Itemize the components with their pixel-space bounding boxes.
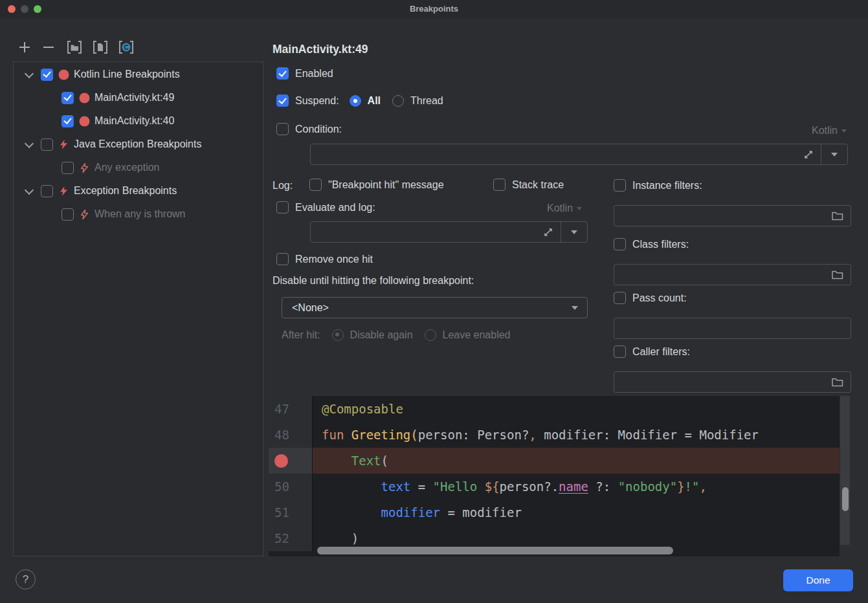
code-token: } xyxy=(677,479,684,494)
gutter-line-number[interactable]: 52 xyxy=(269,525,313,551)
folder-browse-icon[interactable] xyxy=(825,377,851,388)
after-hit-leave-enabled-radio[interactable] xyxy=(425,329,436,341)
tree-item-label: Kotlin Line Breakpoints xyxy=(74,69,180,80)
group-by-class-icon[interactable]: C xyxy=(118,39,135,56)
after-hit-leave-enabled-label: Leave enabled xyxy=(443,329,511,341)
pass-count-input[interactable] xyxy=(614,323,851,334)
remove-breakpoint-button[interactable] xyxy=(40,39,57,56)
breakpoint-dot-icon xyxy=(79,116,90,127)
checked-checkbox[interactable] xyxy=(61,92,74,104)
tree-item-when-any-is-thrown[interactable]: When any is thrown xyxy=(14,203,263,225)
unchecked-checkbox[interactable] xyxy=(41,185,53,197)
after-hit-label: After hit: xyxy=(282,329,320,341)
disable-until-combobox[interactable]: <None> xyxy=(282,297,588,318)
enabled-checkbox[interactable] xyxy=(276,67,289,80)
unchecked-checkbox[interactable] xyxy=(61,208,74,221)
chevron-expanded-icon[interactable] xyxy=(24,186,34,196)
gutter-line-number[interactable]: 50 xyxy=(269,474,313,499)
folder-browse-icon[interactable] xyxy=(825,210,851,221)
help-button[interactable]: ? xyxy=(16,569,36,589)
suspend-checkbox[interactable] xyxy=(276,94,289,107)
tree-item-mainactivity-kt-49[interactable]: MainActivity.kt:49 xyxy=(14,87,263,109)
evaluate-history-dropdown[interactable] xyxy=(561,222,587,242)
after-hit-disable-again-radio[interactable] xyxy=(332,329,344,341)
code-token: ) xyxy=(351,531,359,545)
code-token: , xyxy=(529,428,536,442)
condition-language-label: Kotlin xyxy=(812,125,838,137)
tree-item-mainactivity-kt-40[interactable]: MainActivity.kt:40 xyxy=(14,110,263,132)
checked-checkbox[interactable] xyxy=(41,69,53,81)
breakpoint-title: MainActivity.kt:49 xyxy=(273,43,368,56)
condition-history-dropdown[interactable] xyxy=(821,144,847,164)
unchecked-checkbox[interactable] xyxy=(41,138,53,151)
code-token: , xyxy=(699,479,706,494)
tree-item-java-exception-breakpoints[interactable]: Java Exception Breakpoints xyxy=(14,133,263,155)
checked-checkbox[interactable] xyxy=(61,115,74,127)
code-token: text xyxy=(381,479,411,494)
gutter-line-number[interactable]: 47 xyxy=(269,396,313,422)
condition-input-group xyxy=(310,144,848,165)
code-line-48: 48fun Greeting(person: Person?, modifier… xyxy=(269,422,850,448)
caller-filters-checkbox[interactable] xyxy=(614,345,626,358)
class-filters-checkbox[interactable] xyxy=(614,238,626,250)
tree-item-exception-breakpoints[interactable]: Exception Breakpoints xyxy=(14,180,263,202)
breakpoints-dialog: Breakpoints C Kotlin Line BreakpointsMai… xyxy=(0,0,868,603)
code-line-51: 51 modifier = modifier xyxy=(269,499,850,525)
condition-input[interactable] xyxy=(311,144,796,164)
folder-browse-icon[interactable] xyxy=(825,269,851,280)
chevron-down-icon xyxy=(562,306,587,310)
exception-bolt-icon xyxy=(58,139,69,150)
code-token: fun xyxy=(322,428,351,442)
caller-filters-input[interactable] xyxy=(614,377,825,388)
suspend-thread-radio[interactable] xyxy=(392,95,404,107)
stack-trace-checkbox[interactable] xyxy=(493,179,506,191)
group-by-file-icon[interactable] xyxy=(92,39,109,56)
chevron-down-icon xyxy=(577,207,582,210)
instance-filters-input-group xyxy=(614,205,851,226)
line-number: 51 xyxy=(274,505,289,520)
code-token: !" xyxy=(685,479,700,494)
code-token: "Hello xyxy=(433,479,485,494)
code-horizontal-scrollbar-thumb[interactable] xyxy=(317,547,673,554)
condition-checkbox[interactable] xyxy=(276,123,289,135)
add-breakpoint-button[interactable] xyxy=(16,39,33,56)
tree-item-kotlin-line-breakpoints[interactable]: Kotlin Line Breakpoints xyxy=(14,63,263,85)
condition-language-selector[interactable]: Kotlin xyxy=(812,125,847,137)
group-by-file-folder-icon[interactable] xyxy=(66,39,83,56)
instance-filters-input[interactable] xyxy=(614,210,825,221)
remove-once-hit-checkbox[interactable] xyxy=(276,253,289,265)
expand-editor-icon[interactable] xyxy=(796,144,821,164)
suspend-all-radio[interactable] xyxy=(350,95,361,107)
gutter-breakpoint[interactable] xyxy=(269,448,313,474)
code-token: modifier xyxy=(462,505,522,520)
scrollbar-thumb[interactable] xyxy=(842,487,849,511)
gutter-line-number[interactable]: 51 xyxy=(269,499,313,525)
unchecked-checkbox[interactable] xyxy=(61,162,74,174)
line-number: 47 xyxy=(274,402,289,416)
gutter-line-number[interactable]: 48 xyxy=(269,422,313,448)
pass-count-checkbox[interactable] xyxy=(614,292,626,304)
class-filters-input[interactable] xyxy=(614,269,825,280)
code-token xyxy=(322,505,381,520)
evaluate-language-selector[interactable]: Kotlin xyxy=(547,203,582,214)
code-vertical-scrollbar[interactable] xyxy=(840,396,850,556)
code-token xyxy=(322,454,351,468)
expand-editor-icon[interactable] xyxy=(536,222,561,242)
tree-item-any-exception[interactable]: Any exception xyxy=(14,157,263,179)
instance-filters-label: Instance filters: xyxy=(632,180,702,192)
suspend-thread-label: Thread xyxy=(410,95,443,107)
chevron-expanded-icon[interactable] xyxy=(24,69,34,80)
enabled-label: Enabled xyxy=(295,68,333,80)
breakpoint-dot-icon[interactable] xyxy=(274,454,288,468)
suspend-label: Suspend: xyxy=(295,95,339,107)
done-button[interactable]: Done xyxy=(783,569,853,591)
chevron-expanded-icon[interactable] xyxy=(24,139,34,149)
exception-bolt-icon xyxy=(58,186,69,197)
suspend-all-label: All xyxy=(368,95,381,107)
evaluate-input[interactable] xyxy=(311,222,536,242)
code-token: Greeting xyxy=(351,428,411,442)
evaluate-and-log-checkbox[interactable] xyxy=(276,201,289,214)
code-token: ( xyxy=(410,428,417,442)
breakpoint-hit-message-checkbox[interactable] xyxy=(309,179,322,191)
instance-filters-checkbox[interactable] xyxy=(614,179,626,192)
